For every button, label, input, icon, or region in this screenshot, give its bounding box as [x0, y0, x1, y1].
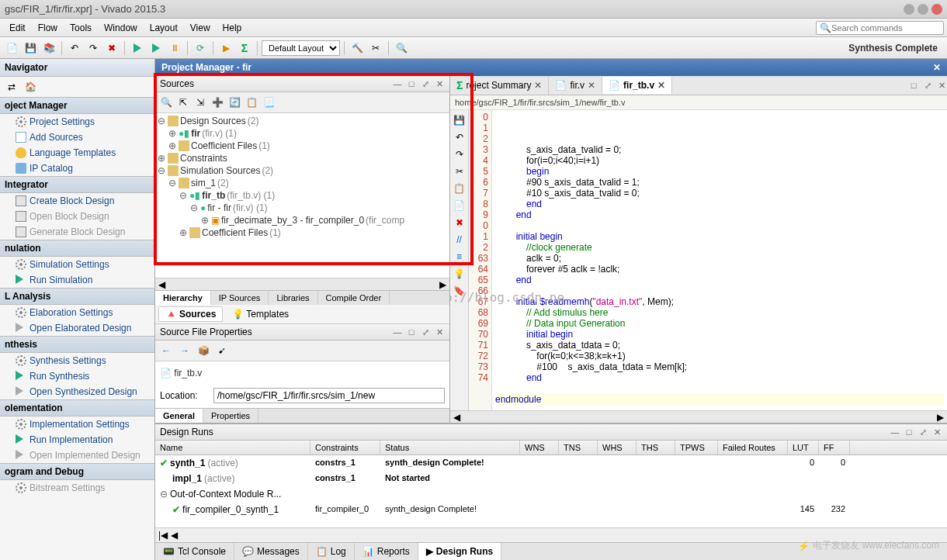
subtab-templates[interactable]: 💡Templates — [226, 306, 295, 322]
tab-reports[interactable]: 📊Reports — [355, 543, 418, 560]
refresh-icon[interactable]: 🔄 — [227, 95, 242, 110]
nav-run-syn[interactable]: Run Synthesis — [0, 368, 154, 384]
minimize-button[interactable] — [904, 4, 914, 15]
tab-properties[interactable]: Properties — [203, 409, 258, 423]
close-icon[interactable]: ✕ — [931, 427, 942, 437]
tree-fir[interactable]: ⊕●▮fir (fir.v) (1) — [157, 127, 448, 140]
menu-layout[interactable]: Layout — [144, 21, 184, 35]
back-icon[interactable]: ← — [158, 343, 174, 358]
add-icon[interactable]: ➕ — [210, 95, 225, 110]
tab-log[interactable]: 📋Log — [308, 543, 355, 560]
tree-constraints[interactable]: ⊕Constraints — [157, 152, 448, 164]
editor-scrollbar[interactable]: ◀▶ — [450, 410, 947, 423]
nav-gen-bd[interactable]: Generate Block Design — [0, 224, 154, 240]
menu-tools[interactable]: Tools — [64, 21, 98, 35]
undo-icon[interactable]: ↶ — [453, 130, 467, 144]
subtab-sources[interactable]: 🔺Sources — [158, 306, 223, 322]
tab-ip-sources[interactable]: IP Sources — [211, 291, 269, 305]
save-icon[interactable]: 💾 — [22, 40, 39, 57]
forward-icon[interactable]: → — [177, 343, 193, 358]
maximize-icon[interactable]: □ — [406, 78, 417, 89]
cancel-icon[interactable]: ✖ — [103, 40, 120, 57]
undo-icon[interactable]: ↶ — [66, 40, 83, 57]
tab-fir-tb-v[interactable]: 📄fir_tb.v✕ — [602, 77, 672, 94]
section-rtl[interactable]: L Analysis — [0, 288, 154, 305]
tab-hierarchy[interactable]: Hierarchy — [155, 291, 211, 305]
tool-x-icon[interactable]: ✂ — [367, 40, 384, 57]
delete-icon[interactable]: ✖ — [453, 216, 467, 230]
maximize-icon[interactable]: □ — [904, 427, 914, 437]
close-tab-icon[interactable]: ✕ — [657, 80, 665, 91]
menu-edit[interactable]: Edit — [3, 21, 32, 35]
nav-expand-icon[interactable]: ⇄ — [3, 78, 20, 95]
tree-fir-inner[interactable]: ⊖●fir - fir (fir.v) (1) — [157, 202, 448, 214]
tool-q-icon[interactable]: 🔍 — [393, 40, 410, 57]
redo-icon[interactable]: ↷ — [453, 147, 467, 161]
prev-icon[interactable]: ◀ — [171, 530, 178, 541]
nav-add-sources[interactable]: Add Sources — [0, 130, 154, 145]
maximize-icon[interactable]: □ — [406, 327, 417, 337]
tab-project-summary[interactable]: Σroject Summary✕ — [450, 76, 549, 95]
minimize-icon[interactable]: □ — [908, 80, 919, 91]
section-integrator[interactable]: Integrator — [0, 176, 154, 193]
collapse-icon[interactable]: ⇱ — [175, 95, 191, 110]
tree-decimate[interactable]: ⊕▣fir_decimate_by_3 - fir_compiler_0 (fi… — [157, 214, 448, 226]
table-row[interactable]: impl_1 (active)constrs_1Not started — [155, 471, 947, 486]
maximize-button[interactable] — [918, 4, 928, 15]
nav-open-syn[interactable]: Open Synthesized Design — [0, 384, 154, 399]
layout-select[interactable]: Default Layout — [262, 40, 340, 56]
tool-k-icon[interactable]: 🔨 — [349, 40, 366, 57]
comment-icon[interactable]: // — [453, 233, 467, 247]
refresh-icon[interactable]: ⟳ — [192, 40, 209, 57]
tab-messages[interactable]: 💬Messages — [234, 543, 308, 560]
nav-ip-catalog[interactable]: IP Catalog — [0, 161, 154, 176]
section-impl[interactable]: olementation — [0, 399, 154, 417]
first-icon[interactable]: |◀ — [158, 530, 168, 541]
stop-icon[interactable]: ⏸ — [166, 40, 183, 57]
cut-icon[interactable]: ✂ — [453, 164, 467, 178]
table-row[interactable]: ✔ fir_compiler_0_synth_1fir_compiler_0sy… — [155, 502, 947, 517]
save-all-icon[interactable]: 📚 — [40, 40, 57, 57]
sigma-icon[interactable]: Σ — [236, 40, 253, 57]
close-tab-icon[interactable]: ✕ — [588, 80, 595, 91]
nav-sim-settings[interactable]: Simulation Settings — [0, 257, 154, 272]
restore-icon[interactable]: ⤢ — [420, 78, 431, 89]
section-project-manager[interactable]: oject Manager — [0, 97, 154, 114]
tab-libraries[interactable]: Libraries — [269, 291, 317, 305]
restore-icon[interactable]: ⤢ — [918, 427, 928, 437]
search-icon[interactable]: 🔍 — [158, 95, 174, 110]
cursor-icon[interactable]: ➹ — [214, 343, 230, 358]
bulb-icon[interactable]: 💡 — [453, 267, 467, 281]
section-simulation[interactable]: nulation — [0, 240, 154, 257]
tree-fir-tb[interactable]: ⊖●▮fir_tb (fir_tb.v) (1) — [157, 189, 448, 202]
nav-create-bd[interactable]: Create Block Design — [0, 193, 154, 209]
menu-help[interactable]: Help — [217, 21, 248, 35]
close-tab-icon[interactable]: ✕ — [534, 80, 542, 91]
nav-open-impl[interactable]: Open Implemented Design — [0, 448, 154, 463]
paste-icon[interactable]: 📄 — [453, 199, 467, 213]
tree-sim1[interactable]: ⊖sim_1 (2) — [157, 177, 448, 189]
nav-lang-templates[interactable]: Language Templates — [0, 145, 154, 161]
redo-icon[interactable]: ↷ — [85, 40, 102, 57]
tab-compile-order[interactable]: Compile Order — [318, 291, 390, 305]
options-icon[interactable]: 📃 — [261, 95, 276, 110]
nav-open-elab[interactable]: Open Elaborated Design — [0, 320, 154, 336]
close-icon[interactable]: ✕ — [434, 78, 445, 89]
nav-syn-settings[interactable]: Synthesis Settings — [0, 353, 154, 368]
tab-fir-v[interactable]: 📄fir.v✕ — [549, 77, 602, 94]
nav-elab-settings[interactable]: Elaboration Settings — [0, 305, 154, 320]
minimize-icon[interactable]: — — [392, 78, 403, 89]
tab-design-runs[interactable]: ▶Design Runs — [418, 543, 501, 560]
sources-scrollbar[interactable]: ◀▶ — [155, 278, 449, 290]
nav-bitstream[interactable]: Bitstream Settings — [0, 480, 154, 496]
save-icon[interactable]: 💾 — [453, 113, 467, 127]
table-row[interactable]: ⊖ Out-of-Context Module R... — [155, 486, 947, 502]
nav-project-settings[interactable]: Project Settings — [0, 114, 154, 130]
tree-coeff[interactable]: ⊕Coefficient Files (1) — [157, 140, 448, 152]
tree-coeff2[interactable]: ⊕Coefficient Files (1) — [157, 226, 448, 239]
code-editor[interactable]: http://blog.csdn.ne s_axis_data_tvalid =… — [492, 110, 947, 410]
copy-icon[interactable]: 📋 — [453, 181, 467, 195]
tree-sim-sources[interactable]: ⊖Simulation Sources (2) — [157, 164, 448, 177]
nav-run-impl[interactable]: Run Implementation — [0, 432, 154, 448]
close-icon[interactable]: ✕ — [933, 62, 941, 73]
